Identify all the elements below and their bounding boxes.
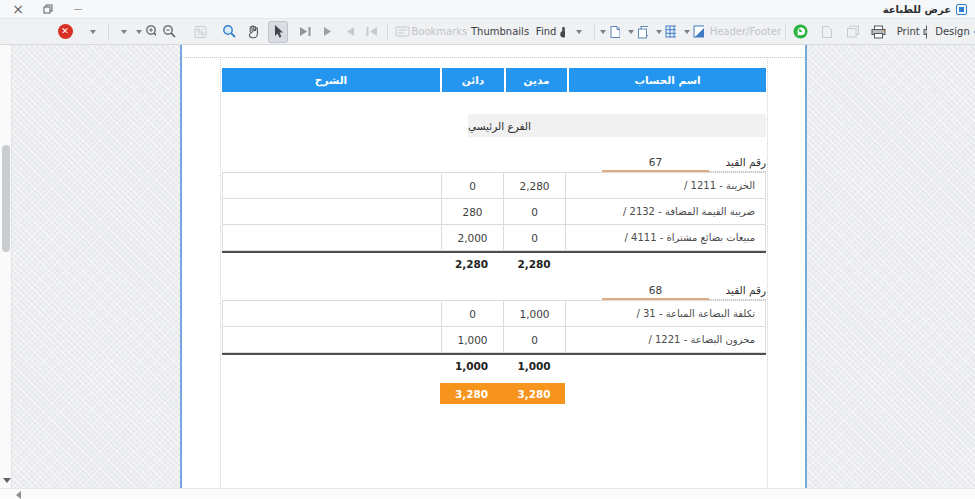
entry-number-label: رقم القيد xyxy=(709,156,766,172)
zoom-percent-icon xyxy=(194,25,210,39)
header-debit: مدين xyxy=(506,68,567,92)
full-page-view-button[interactable] xyxy=(684,21,704,43)
debit-cell: 0 xyxy=(504,327,566,352)
copy-button[interactable] xyxy=(843,21,863,43)
cursor-icon xyxy=(272,24,284,39)
horizontal-scrollbar[interactable] xyxy=(0,488,975,499)
export-button[interactable] xyxy=(393,21,413,43)
save-report-button[interactable] xyxy=(817,21,837,43)
document-icon xyxy=(821,25,833,39)
close-window-icon[interactable]: × xyxy=(10,2,26,16)
credit-total: 1,000 xyxy=(440,355,503,376)
entry-totals-row: 1,0001,000 xyxy=(222,353,766,376)
title-bar: × — عرض للطباعة xyxy=(0,0,975,19)
zoom-out-button[interactable] xyxy=(160,21,180,43)
page-layout-button[interactable] xyxy=(628,21,648,43)
header-description: الشرح xyxy=(222,68,440,92)
page-setup-button[interactable] xyxy=(600,21,620,43)
stop-button[interactable]: ✕ xyxy=(55,21,75,43)
credit-cell: 0 xyxy=(441,301,504,326)
minimize-window-icon[interactable]: — xyxy=(70,2,86,16)
debit-total: 1,000 xyxy=(503,355,565,376)
description-cell xyxy=(223,225,441,250)
vertical-scrollbar-thumb[interactable] xyxy=(2,145,10,252)
vertical-scrollbar[interactable] xyxy=(0,45,12,488)
chevron-down-icon xyxy=(121,30,127,34)
hand-tool-button[interactable] xyxy=(244,21,264,43)
entry-number-value: 68 xyxy=(602,284,709,300)
view-grid-button[interactable] xyxy=(656,21,676,43)
nav-last-page-button[interactable] xyxy=(296,21,316,43)
whatsapp-icon xyxy=(793,24,808,39)
bookmarks-label: Bookmarks xyxy=(411,26,467,37)
entry-number-row: 68رقم القيد xyxy=(222,278,766,300)
print-preview-window: × — عرض للطباعة ✕ xyxy=(0,0,975,499)
stop-icon: ✕ xyxy=(58,24,73,39)
restore-window-icon[interactable] xyxy=(40,2,56,16)
nav-prev-page-button[interactable] xyxy=(340,21,360,43)
entry-number-value: 67 xyxy=(602,156,709,172)
export-icon xyxy=(395,25,411,38)
entry-totals-row: 2,2802,280 xyxy=(222,251,766,274)
credit-cell: 1,000 xyxy=(441,327,504,352)
stop-dropdown[interactable] xyxy=(83,21,103,43)
chevron-down-icon xyxy=(90,30,96,34)
grid-icon xyxy=(665,25,676,38)
journal-report: الشرح دائن مدين اسم الحساب الفرع الرئيسي… xyxy=(222,68,766,404)
grand-total-row: 3,280 3,280 xyxy=(440,383,565,404)
chevron-down-icon xyxy=(576,30,582,34)
header-footer-button[interactable]: Header/Footer xyxy=(714,21,780,43)
find-button[interactable]: Find xyxy=(536,21,565,43)
copy-icon xyxy=(846,25,860,38)
entry-table: 01,000/ 31 - تكلفة البضاعة المباعة1,0000… xyxy=(222,300,766,353)
thumbnails-button[interactable]: Thumbnails xyxy=(473,21,530,43)
nav-last-icon xyxy=(299,26,312,37)
zoom-page-button[interactable] xyxy=(220,21,240,43)
table-header-row: الشرح دائن مدين اسم الحساب xyxy=(222,68,766,92)
bookmarks-button[interactable]: Bookmarks xyxy=(415,21,468,43)
zoom-in-button[interactable] xyxy=(136,21,156,43)
report-page: الشرح دائن مدين اسم الحساب الفرع الرئيسي… xyxy=(180,45,807,488)
credit-total: 2,280 xyxy=(440,253,503,274)
whatsapp-share-button[interactable] xyxy=(791,21,811,43)
nav-next-page-button[interactable] xyxy=(318,21,338,43)
margin-guide-left xyxy=(220,57,221,488)
view-dropdown[interactable] xyxy=(114,21,134,43)
grand-total-debit: 3,280 xyxy=(503,383,565,404)
account-cell: / 1211 - الخزينة xyxy=(566,173,765,198)
divider xyxy=(108,24,109,40)
print-button[interactable]: Print xyxy=(897,21,928,43)
table-row: 01,000/ 31 - تكلفة البضاعة المباعة xyxy=(223,301,765,326)
account-cell: / 2132 - ضريبة القيمة المضافة xyxy=(566,199,765,224)
quick-print-button[interactable] xyxy=(869,21,889,43)
debit-cell: 0 xyxy=(504,199,566,224)
divider xyxy=(785,24,786,40)
table-row: 2800/ 2132 - ضريبة القيمة المضافة xyxy=(223,198,765,224)
chevron-down-icon xyxy=(628,30,634,34)
table-row: 1,0000/ 1221 - مخزون البضاعة xyxy=(223,326,765,352)
entry-number-label: رقم القيد xyxy=(709,284,766,300)
pages-icon xyxy=(637,25,648,39)
debit-total: 2,280 xyxy=(503,253,565,274)
page-resize-icon xyxy=(693,25,704,38)
divider xyxy=(387,24,388,40)
branch-row: الفرع الرئيسي xyxy=(222,114,766,137)
select-tool-button[interactable] xyxy=(268,21,288,43)
account-cell: / 31 - تكلفة البضاعة المباعة xyxy=(566,301,765,326)
grand-total-credit: 3,280 xyxy=(440,383,503,404)
app-logo-icon xyxy=(956,4,967,15)
header-footer-label: Header/Footer xyxy=(710,26,782,37)
find-dropdown[interactable] xyxy=(569,21,589,43)
design-button[interactable]: Design xyxy=(935,21,975,43)
description-cell xyxy=(223,173,441,198)
scroll-down-icon[interactable] xyxy=(3,478,11,483)
print-label: Print xyxy=(897,26,920,37)
header-account-name: اسم الحساب xyxy=(569,68,766,92)
nav-first-page-button[interactable] xyxy=(362,21,382,43)
journal-entries: 67رقم القيد02,280/ 1211 - الخزينة2800/ 2… xyxy=(222,150,766,376)
debit-cell: 1,000 xyxy=(504,301,566,326)
table-row: 02,280/ 1211 - الخزينة xyxy=(223,173,765,198)
toolbar: ✕ xyxy=(0,19,975,45)
zoom-percent-button[interactable] xyxy=(192,21,212,43)
scroll-left-icon[interactable] xyxy=(16,491,21,499)
